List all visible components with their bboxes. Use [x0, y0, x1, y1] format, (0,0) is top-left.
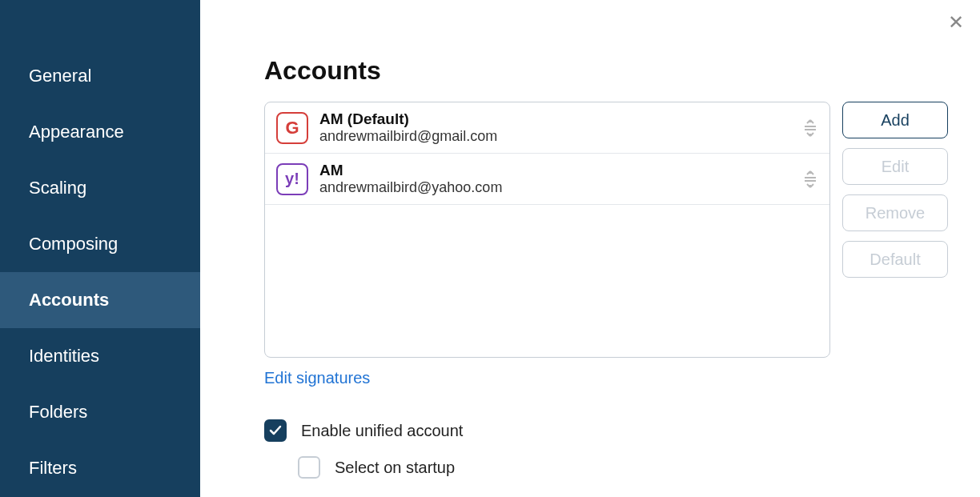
- add-account-button[interactable]: Add: [842, 102, 948, 138]
- page-title: Accounts: [264, 56, 948, 86]
- google-icon: G: [276, 112, 308, 144]
- sidebar-item-accounts[interactable]: Accounts: [0, 272, 200, 328]
- sidebar-item-scaling[interactable]: Scaling: [0, 160, 200, 216]
- check-icon: [268, 423, 283, 438]
- account-options: Enable unified account Select on startup: [264, 419, 948, 479]
- sidebar-item-composing[interactable]: Composing: [0, 216, 200, 272]
- yahoo-icon: y!: [276, 163, 308, 195]
- drag-handle-icon[interactable]: [802, 118, 818, 138]
- select-on-startup-label: Select on startup: [335, 459, 455, 477]
- account-action-buttons: Add Edit Remove Default: [842, 102, 948, 278]
- select-on-startup-checkbox[interactable]: [298, 456, 320, 479]
- sidebar-item-general[interactable]: General: [0, 48, 200, 104]
- account-email: andrewmailbird@gmail.com: [319, 128, 791, 145]
- settings-sidebar: General Appearance Scaling Composing Acc…: [0, 0, 200, 497]
- sidebar-item-folders[interactable]: Folders: [0, 384, 200, 440]
- close-icon: ✕: [948, 11, 964, 33]
- sidebar-item-filters[interactable]: Filters: [0, 440, 200, 496]
- sidebar-item-appearance[interactable]: Appearance: [0, 104, 200, 160]
- account-info: AM (Default) andrewmailbird@gmail.com: [319, 110, 791, 145]
- enable-unified-checkbox[interactable]: [264, 419, 287, 442]
- enable-unified-label: Enable unified account: [301, 422, 463, 440]
- close-button[interactable]: ✕: [948, 13, 964, 32]
- drag-handle-icon[interactable]: [802, 170, 818, 189]
- accounts-list: G AM (Default) andrewmailbird@gmail.com: [264, 102, 830, 358]
- account-row[interactable]: G AM (Default) andrewmailbird@gmail.com: [265, 102, 829, 154]
- edit-signatures-link[interactable]: Edit signatures: [264, 369, 370, 387]
- remove-account-button: Remove: [842, 194, 948, 231]
- account-info: AM andrewmailbird@yahoo.com: [319, 162, 791, 196]
- edit-account-button: Edit: [842, 148, 948, 185]
- account-name: AM (Default): [319, 110, 791, 128]
- default-account-button: Default: [842, 241, 948, 278]
- main-panel: ✕ Accounts G AM (Default) andrewmailbird…: [200, 0, 980, 497]
- account-name: AM: [319, 162, 791, 179]
- sidebar-item-identities[interactable]: Identities: [0, 328, 200, 384]
- account-email: andrewmailbird@yahoo.com: [319, 179, 791, 196]
- account-row[interactable]: y! AM andrewmailbird@yahoo.com: [265, 154, 829, 205]
